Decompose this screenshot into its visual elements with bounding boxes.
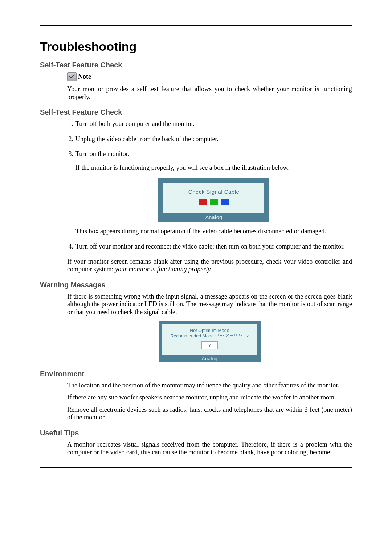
step-1-text: Turn off both your computer and the moni… [75, 120, 195, 127]
heading-selftest-1: Self-Test Feature Check [40, 61, 352, 69]
top-rule [40, 25, 352, 26]
bottom-rule [40, 467, 352, 468]
step-2: Unplug the video cable from the back of … [75, 135, 352, 143]
document-page: Troubleshooting Self-Test Feature Check … [0, 0, 392, 493]
step-3-after: This box appears during normal operation… [75, 227, 352, 235]
diagram2-question-button: ? [201, 341, 218, 349]
selftest-closing: If your monitor screen remains blank aft… [67, 258, 352, 274]
step-4-text: Turn off your monitor and reconnect the … [75, 243, 345, 250]
step-4: Turn off your monitor and reconnect the … [75, 243, 352, 251]
heading-selftest-2: Self-Test Feature Check [40, 108, 352, 116]
selftest-intro-text: Your monitor provides a self test featur… [67, 85, 352, 101]
check-signal-diagram: Check Signal Cable Analog [158, 178, 269, 222]
step-3-subtext: If the monitor is functioning properly, … [75, 164, 352, 172]
warning-block: If there is something wrong with the inp… [67, 293, 352, 362]
heading-environment: Environment [40, 370, 352, 378]
environment-p1: The location and the position of the mon… [67, 382, 352, 390]
diagram2-footer: Analog [162, 355, 257, 362]
note-icon [67, 72, 77, 81]
tips-block: A monitor recreates visual signals recei… [67, 441, 352, 456]
selftest-steps: Turn off both your computer and the moni… [40, 120, 352, 250]
step-3: Turn on the monitor. If the monitor is f… [75, 150, 352, 235]
environment-block: The location and the position of the mon… [67, 382, 352, 422]
diagram2-line2: Recommended Mode : **** X **** ** Hz [165, 333, 254, 338]
note-row: Note [67, 72, 352, 81]
page-title: Troubleshooting [40, 40, 352, 54]
heading-warning: Warning Messages [40, 281, 352, 289]
step-1: Turn off both your computer and the moni… [75, 120, 352, 128]
note-label: Note [78, 73, 91, 81]
diagram-title: Check Signal Cable [167, 189, 261, 195]
step-2-text: Unplug the video cable from the back of … [75, 135, 219, 143]
blue-square-icon [221, 199, 229, 205]
tips-p1: A monitor recreates visual signals recei… [67, 441, 352, 456]
diagram-inner: Check Signal Cable [163, 183, 264, 210]
not-optimum-diagram: Not Optimum Mode Recommended Mode : ****… [159, 321, 261, 362]
diagram2-inner: Not Optimum Mode Recommended Mode : ****… [162, 324, 257, 354]
diagram2-line1: Not Optimum Mode [165, 328, 254, 333]
selftest-intro-block: Note Your monitor provides a self test f… [67, 72, 352, 101]
step-3-text: Turn on the monitor. [75, 150, 129, 157]
red-square-icon [199, 199, 207, 205]
selftest-closing-text: If your monitor screen remains blank aft… [67, 258, 352, 274]
warning-text: If there is something wrong with the inp… [67, 293, 352, 316]
environment-p2: If there are any sub woofer speakers nea… [67, 394, 352, 402]
green-square-icon [210, 199, 218, 205]
rgb-squares [167, 199, 261, 205]
diagram-footer: Analog [163, 213, 264, 222]
heading-tips: Useful Tips [40, 429, 352, 437]
environment-p3: Remove all electronic devices such as ra… [67, 406, 352, 422]
closing-italic: your monitor is functioning properly. [115, 266, 212, 273]
